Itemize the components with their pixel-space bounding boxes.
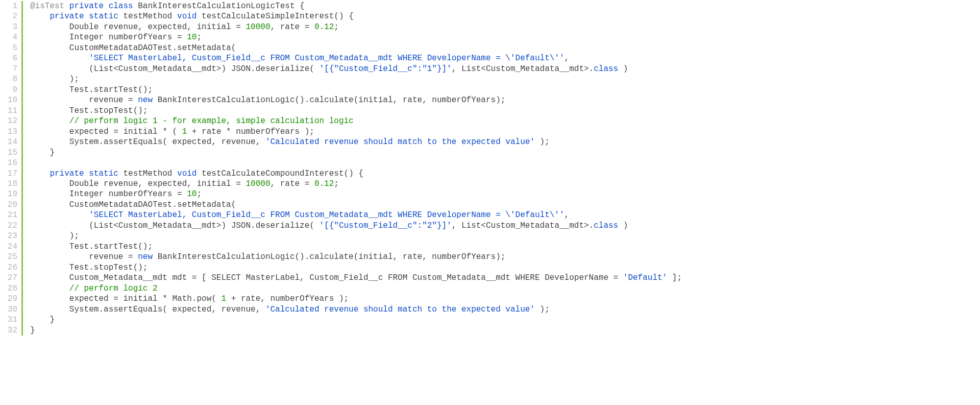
code-line[interactable]: private static testMethod void testCalcu… (30, 11, 980, 21)
code-token: BankInterestCalculationLogic().calculate… (158, 252, 506, 261)
code-line[interactable]: ); (30, 231, 980, 241)
code-token: , rate = (270, 22, 314, 32)
code-token: // perform logic 2 (69, 284, 158, 293)
line-number: 13 (3, 127, 17, 137)
code-token: revenue = (30, 96, 138, 105)
code-token: ); (30, 75, 79, 84)
code-token (30, 169, 50, 178)
code-line[interactable]: System.assertEquals( expected, revenue, … (30, 304, 980, 315)
code-line[interactable]: } (30, 315, 980, 325)
code-token: class (594, 64, 618, 74)
code-token: Custom_Metadata__mdt mdt = [ SELECT Mast… (30, 273, 623, 282)
code-line[interactable]: // perform logic 2 (30, 283, 980, 294)
code-token: 10 (187, 33, 197, 42)
code-line[interactable]: } (30, 325, 980, 336)
code-token: expected = initial * ( (30, 127, 182, 136)
code-line[interactable]: Double revenue, expected, initial = 1000… (30, 179, 980, 189)
code-line[interactable]: System.assertEquals( expected, revenue, … (30, 137, 980, 147)
line-number: 3 (3, 22, 17, 32)
code-line[interactable]: CustomMetadataDAOTest.setMetadata( (30, 200, 980, 210)
code-token: testCalculateCompoundInterest() { (202, 169, 363, 178)
code-token: Test.startTest(); (30, 85, 153, 94)
code-token: 'SELECT MasterLabel, Custom_Field__c FRO… (89, 54, 564, 63)
code-line[interactable]: Test.startTest(); (30, 85, 980, 95)
code-token: 0.12 (314, 22, 334, 32)
code-line[interactable]: Test.stopTest(); (30, 263, 980, 273)
code-line[interactable]: Double revenue, expected, initial = 1000… (30, 22, 980, 32)
code-token: 'Default' (623, 273, 667, 282)
code-token: BankInterestCalculationLogicTest { (138, 2, 304, 11)
code-token: 10000 (246, 22, 270, 32)
code-line[interactable]: ); (30, 74, 980, 84)
code-line[interactable] (30, 158, 980, 168)
code-token: , (565, 210, 570, 220)
code-line[interactable]: expected = initial * Math.pow( 1 + rate,… (30, 294, 980, 304)
code-token: @isTest (30, 2, 69, 11)
code-token: private static (50, 12, 123, 21)
code-line[interactable]: Test.startTest(); (30, 242, 980, 252)
code-token: , List<Custom_Metadata__mdt>. (452, 64, 594, 74)
line-number: 27 (3, 273, 17, 283)
code-token: 1 (182, 127, 187, 136)
code-token: CustomMetadataDAOTest.setMetadata( (30, 200, 236, 209)
code-token: '[{"Custom_Field__c":"1"}]' (320, 64, 452, 74)
code-line[interactable]: // perform logic 1 - for example, simple… (30, 116, 980, 126)
code-token: } (30, 148, 55, 157)
line-number: 11 (3, 106, 17, 116)
code-line[interactable]: Integer numberOfYears = 10; (30, 32, 980, 42)
code-token: void (177, 12, 202, 21)
code-line[interactable]: (List<Custom_Metadata__mdt>) JSON.deseri… (30, 221, 980, 231)
code-line[interactable]: revenue = new BankInterestCalculationLog… (30, 95, 980, 105)
line-number-gutter: 1234567891011121314151617181920212223242… (0, 1, 23, 336)
code-token: ) (618, 221, 628, 230)
line-number: 7 (3, 64, 17, 74)
code-token: testMethod (123, 169, 177, 178)
code-token: 0.12 (314, 179, 334, 188)
line-number: 10 (3, 95, 17, 105)
line-number: 19 (3, 189, 17, 199)
code-token: ; (197, 33, 202, 42)
code-token: , rate = (270, 179, 314, 188)
code-token: Double revenue, expected, initial = (30, 22, 246, 32)
line-number: 31 (3, 315, 17, 325)
code-token: } (30, 315, 55, 324)
line-number: 1 (3, 1, 17, 11)
code-line[interactable]: 'SELECT MasterLabel, Custom_Field__c FRO… (30, 210, 980, 220)
code-token (30, 284, 69, 293)
code-line[interactable]: private static testMethod void testCalcu… (30, 169, 980, 179)
code-line[interactable]: revenue = new BankInterestCalculationLog… (30, 252, 980, 262)
line-number: 16 (3, 158, 17, 168)
code-token: new (138, 96, 157, 105)
code-line[interactable]: } (30, 148, 980, 158)
line-number: 9 (3, 85, 17, 95)
code-token: revenue = (30, 252, 138, 261)
code-line[interactable]: Test.stopTest(); (30, 106, 980, 116)
code-token: 1 (221, 294, 226, 303)
code-line[interactable]: Custom_Metadata__mdt mdt = [ SELECT Mast… (30, 273, 980, 283)
line-number: 8 (3, 74, 17, 84)
code-token: 'Calculated revenue should match to the … (265, 137, 535, 147)
code-token: (List<Custom_Metadata__mdt>) JSON.deseri… (30, 64, 320, 74)
code-line[interactable]: Integer numberOfYears = 10; (30, 189, 980, 199)
code-token: 10 (187, 189, 197, 199)
code-area[interactable]: @isTest private class BankInterestCalcul… (23, 1, 980, 336)
code-line[interactable]: expected = initial * ( 1 + rate * number… (30, 127, 980, 137)
code-line[interactable]: @isTest private class BankInterestCalcul… (30, 1, 980, 11)
code-token: ; (334, 179, 339, 188)
code-line[interactable]: 'SELECT MasterLabel, Custom_Field__c FRO… (30, 53, 980, 63)
code-token: + rate * numberOfYears ); (187, 127, 314, 136)
line-number: 17 (3, 169, 17, 179)
code-token: + rate, numberOfYears ); (226, 294, 349, 303)
line-number: 12 (3, 116, 17, 126)
line-number: 30 (3, 304, 17, 315)
line-number: 20 (3, 200, 17, 210)
code-line[interactable]: CustomMetadataDAOTest.setMetadata( (30, 43, 980, 53)
code-token: ; (197, 189, 202, 199)
code-token: ]; (667, 273, 682, 282)
code-token: '[{"Custom_Field__c":"2"}]' (320, 221, 452, 230)
code-token: Integer numberOfYears = (30, 189, 187, 199)
code-editor: 1234567891011121314151617181920212223242… (0, 0, 980, 342)
code-token: (List<Custom_Metadata__mdt>) JSON.deseri… (30, 221, 320, 230)
code-line[interactable]: (List<Custom_Metadata__mdt>) JSON.deseri… (30, 64, 980, 74)
code-token: new (138, 252, 157, 261)
